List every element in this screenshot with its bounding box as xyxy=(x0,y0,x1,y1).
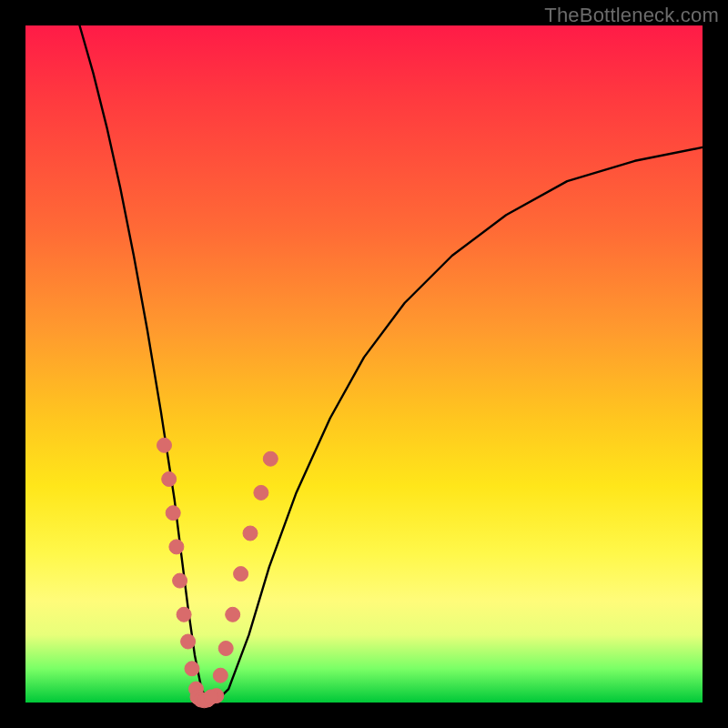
data-dot xyxy=(169,540,184,554)
data-dot xyxy=(243,526,258,541)
data-dot xyxy=(166,506,180,521)
data-dot xyxy=(226,607,240,622)
data-dot xyxy=(263,451,278,466)
data-dot xyxy=(213,668,228,682)
data-dot xyxy=(177,607,191,622)
data-dot xyxy=(181,634,196,649)
data-dot xyxy=(234,567,248,581)
data-dot xyxy=(204,690,218,704)
bottleneck-svg xyxy=(25,25,703,703)
chart-frame: TheBottleneck.com xyxy=(0,0,728,728)
data-dot xyxy=(254,485,268,500)
data-dot xyxy=(185,662,199,676)
data-dot xyxy=(162,472,177,487)
data-dot xyxy=(157,438,172,452)
data-dots-group xyxy=(157,438,278,708)
watermark-text: TheBottleneck.com xyxy=(544,4,719,27)
data-dot xyxy=(173,573,187,588)
data-dot xyxy=(218,642,233,656)
bottleneck-curve xyxy=(80,25,703,703)
plot-area xyxy=(25,25,703,703)
